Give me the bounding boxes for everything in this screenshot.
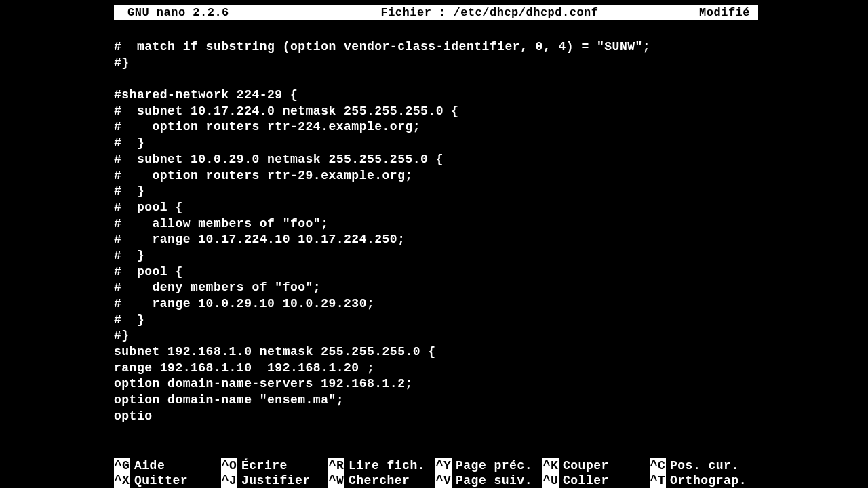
shortcut-key: ^G	[114, 458, 130, 473]
editor-line[interactable]: #shared-network 224-29 {	[114, 87, 758, 104]
shortcut-label: Quitter	[134, 473, 188, 488]
editor-area[interactable]: # match if substring (option vendor-clas…	[114, 20, 758, 425]
editor-line[interactable]: # pool {	[114, 264, 758, 281]
editor-line[interactable]	[114, 71, 758, 87]
editor-line[interactable]: # range 10.0.29.10 10.0.29.230;	[114, 296, 758, 312]
editor-line[interactable]: #}	[114, 56, 758, 72]
shortcut-orthograp-[interactable]: ^TOrthograp.	[650, 473, 757, 488]
shortcut-justifier[interactable]: ^JJustifier	[221, 473, 328, 488]
shortcut-aide[interactable]: ^GAide	[114, 458, 221, 473]
shortcut-key: ^J	[221, 473, 237, 488]
editor-line[interactable]: # option routers rtr-29.example.org;	[114, 168, 758, 184]
editor-line[interactable]: # subnet 10.17.224.0 netmask 255.255.255…	[114, 104, 758, 120]
shortcut-label: Justifier	[241, 473, 311, 488]
editor-line[interactable]: # option routers rtr-224.example.org;	[114, 119, 758, 136]
shortcut-label: Lire fich.	[349, 458, 425, 473]
editor-line[interactable]: # match if substring (option vendor-clas…	[114, 39, 758, 56]
editor-line[interactable]: # }	[114, 136, 758, 152]
editor-line[interactable]: subnet 192.168.1.0 netmask 255.255.255.0…	[114, 344, 758, 361]
shortcut-quitter[interactable]: ^XQuitter	[114, 473, 221, 488]
shortcut-key: ^Y	[435, 458, 452, 473]
app-name: GNU nano 2.2.6	[114, 5, 304, 20]
editor-line[interactable]: option domain-name-servers 192.168.1.2;	[114, 376, 758, 392]
shortcut-label: Page préc.	[456, 458, 532, 473]
shortcut-key: ^X	[114, 473, 130, 488]
shortcut-chercher[interactable]: ^WChercher	[328, 473, 435, 488]
shortcut-label: Orthograp.	[670, 473, 747, 488]
editor-line[interactable]: # deny members of "foo";	[114, 280, 758, 296]
shortcut-label: Pos. cur.	[670, 458, 739, 473]
shortcut-key: ^C	[650, 458, 666, 473]
editor-line[interactable]: # }	[114, 248, 758, 264]
editor-line[interactable]: # subnet 10.0.29.0 netmask 255.255.255.0…	[114, 152, 758, 168]
editor-line[interactable]: range 192.168.1.10 192.168.1.20 ;	[114, 361, 758, 377]
shortcut--crire[interactable]: ^OÉcrire	[221, 458, 328, 473]
shortcut-key: ^W	[328, 473, 344, 488]
shortcut-bar: ^GAide^OÉcrire^RLire fich.^YPage préc.^K…	[114, 458, 758, 488]
shortcut-label: Chercher	[349, 473, 410, 488]
editor-line[interactable]: # }	[114, 312, 758, 329]
file-status: Modifié	[675, 5, 758, 20]
shortcut-label: Écrire	[241, 458, 288, 473]
nano-terminal: GNU nano 2.2.6 Fichier : /etc/dhcp/dhcpd…	[114, 5, 758, 488]
editor-line[interactable]: # pool {	[114, 200, 758, 216]
file-path: Fichier : /etc/dhcp/dhcpd.conf	[304, 5, 675, 20]
shortcut-key: ^V	[435, 473, 452, 488]
editor-line[interactable]: #}	[114, 328, 758, 344]
shortcut-lire-fich-[interactable]: ^RLire fich.	[328, 458, 435, 473]
shortcut-label: Page suiv.	[456, 473, 532, 488]
shortcut-key: ^O	[221, 458, 237, 473]
shortcut-label: Aide	[134, 458, 165, 473]
shortcut-key: ^U	[542, 473, 559, 488]
shortcut-page-suiv-[interactable]: ^VPage suiv.	[435, 473, 542, 488]
shortcut-label: Couper	[563, 458, 609, 473]
shortcut-pos-cur-[interactable]: ^CPos. cur.	[650, 458, 757, 473]
editor-line[interactable]: optio	[114, 409, 758, 425]
shortcut-page-pr-c-[interactable]: ^YPage préc.	[435, 458, 542, 473]
shortcut-key: ^R	[328, 458, 344, 473]
shortcut-coller[interactable]: ^UColler	[542, 473, 650, 488]
shortcut-couper[interactable]: ^KCouper	[542, 458, 650, 473]
editor-line[interactable]: # range 10.17.224.10 10.17.224.250;	[114, 232, 758, 248]
nano-titlebar: GNU nano 2.2.6 Fichier : /etc/dhcp/dhcpd…	[114, 5, 758, 20]
editor-line[interactable]: option domain-name "ensem.ma";	[114, 392, 758, 409]
shortcut-key: ^K	[542, 458, 559, 473]
editor-line[interactable]: # }	[114, 184, 758, 200]
shortcut-label: Coller	[563, 473, 609, 488]
editor-line[interactable]: # allow members of "foo";	[114, 216, 758, 232]
shortcut-key: ^T	[650, 473, 666, 488]
